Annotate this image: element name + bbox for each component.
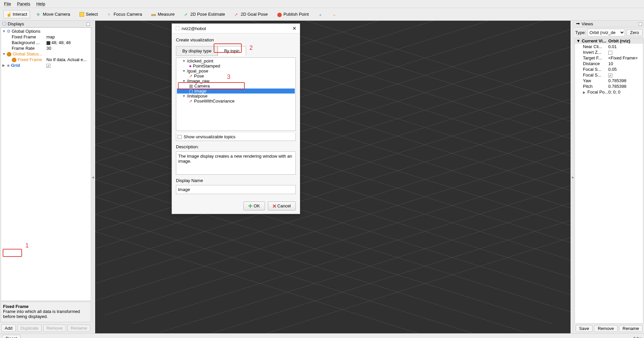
type-label: Type: — [575, 30, 586, 35]
x-icon — [273, 204, 276, 208]
duplicate-button: Duplicate — [17, 324, 42, 332]
arrow-icon: ➚ — [189, 99, 193, 104]
topic-image-item[interactable]: ▢ Image — [177, 89, 295, 94]
menu-help[interactable]: Help — [36, 1, 45, 6]
tool-focus-camera[interactable]: ✧Focus Camera — [104, 10, 145, 18]
monitor-icon: 🖵 — [2, 21, 6, 26]
panel-collapse-icon[interactable] — [639, 22, 642, 26]
type-select[interactable]: Orbit (rviz_de — [587, 29, 625, 36]
menubar: File Panels Help — [0, 0, 644, 8]
reset-button[interactable]: Reset — [2, 335, 21, 338]
tool-select[interactable]: Select — [76, 10, 101, 18]
arrow-green-icon: ➚ — [184, 12, 189, 17]
views-title: ⮕ Views — [574, 21, 644, 27]
tool-add-icon[interactable]: ＋ — [315, 10, 326, 18]
tool-remove-icon[interactable]: － — [329, 10, 340, 18]
minus-icon: － — [332, 12, 337, 17]
topic-list[interactable]: ▼/clicked_point ● PointStamped ▼/goal_po… — [176, 57, 296, 131]
panel-collapse-icon[interactable] — [86, 22, 90, 26]
point-icon: ● — [189, 63, 192, 68]
color-swatch-icon — [46, 41, 50, 45]
zero-button[interactable]: Zero — [626, 29, 643, 36]
description-label: Description: — [176, 144, 296, 149]
displays-panel: 🖵 Displays ▼⚙Global Options Fixed Framem… — [0, 21, 92, 333]
tool-move-camera[interactable]: ✥Move Camera — [33, 10, 73, 18]
ok-button[interactable]: OK — [243, 201, 265, 210]
statusbar: Reset 9 fps — [0, 333, 644, 338]
show-unvisualizable-checkbox[interactable] — [178, 135, 182, 139]
displays-help: Fixed Frame Frame into which all data is… — [1, 302, 91, 322]
views-tree[interactable]: ▼ Current Vi...Orbit (rviz) Near Cli...0… — [575, 38, 643, 324]
pin-icon: ⬤ — [277, 12, 282, 17]
displays-title: 🖵 Displays — [0, 21, 92, 27]
checkbox[interactable] — [608, 73, 612, 77]
cursor-icon: ☝ — [6, 12, 11, 17]
tool-2d-goal-pose[interactable]: ➚2D Goal Pose — [231, 10, 271, 18]
toolbar: ☝Interact ✥Move Camera Select ✧Focus Cam… — [0, 8, 644, 21]
warning-icon: ⬤ — [7, 51, 12, 56]
tool-interact[interactable]: ☝Interact — [3, 10, 30, 18]
plus-icon — [248, 204, 252, 208]
dialog-title: rviz2@hobot — [182, 26, 206, 31]
views-remove-button[interactable]: Remove — [594, 325, 617, 332]
dialog-heading: Create visualization — [176, 37, 296, 42]
display-name-label: Display Name — [176, 178, 296, 183]
close-icon[interactable]: ✕ — [292, 26, 296, 31]
display-name-input[interactable] — [176, 185, 296, 194]
arrow-pink-icon: ➚ — [234, 12, 239, 17]
warning-icon: ⬤ — [12, 57, 17, 62]
3d-viewport[interactable] — [95, 21, 571, 333]
show-unvisualizable-label: Show unvisualizable topics — [184, 134, 235, 139]
tool-2d-pose-estimate[interactable]: ➚2D Pose Estimate — [181, 10, 228, 18]
select-icon — [79, 12, 84, 17]
views-rename-button[interactable]: Rename — [619, 325, 643, 332]
remove-button: Remove — [43, 324, 66, 332]
move-icon: ✥ — [36, 12, 41, 17]
checkbox[interactable] — [608, 51, 612, 55]
tool-publish-point[interactable]: ⬤Publish Point — [274, 10, 312, 18]
rename-button: Rename — [67, 324, 90, 332]
views-save-button[interactable]: Save — [576, 325, 593, 332]
views-panel: ⮕ Views Type: Orbit (rviz_de Zero ▼ Curr… — [574, 21, 644, 333]
displays-tree[interactable]: ▼⚙Global Options Fixed Framemap Backgrou… — [1, 27, 91, 301]
plus-icon: ＋ — [318, 12, 323, 17]
ruler-icon — [151, 14, 156, 16]
add-display-dialog: ⛶ rviz2@hobot ✕ Create visualization By … — [172, 23, 300, 214]
description-box: The Image display creates a new renderin… — [176, 151, 296, 175]
tab-by-topic[interactable]: By topic — [218, 46, 246, 56]
add-button[interactable]: Add — [1, 324, 16, 332]
grid-checkbox[interactable] — [46, 64, 50, 68]
cancel-button[interactable]: Cancel — [268, 201, 296, 210]
image-icon: ▢ — [189, 89, 193, 94]
splitter-left[interactable]: ◂ — [92, 21, 94, 333]
camera-icon: ▦ — [189, 83, 193, 89]
tab-by-display-type[interactable]: By display type — [176, 46, 218, 56]
menu-file[interactable]: File — [4, 1, 11, 6]
views-icon: ⮕ — [576, 21, 580, 26]
rviz-icon: ⛶ — [175, 26, 180, 31]
eye-icon: ◈ — [7, 63, 10, 68]
gear-icon: ⚙ — [7, 29, 11, 34]
tool-measure[interactable]: Measure — [148, 10, 178, 18]
menu-panels[interactable]: Panels — [17, 1, 30, 6]
arrow-icon: ➚ — [189, 73, 193, 78]
fps-label: 9 fps — [633, 336, 642, 338]
crosshair-icon: ✧ — [107, 12, 112, 17]
